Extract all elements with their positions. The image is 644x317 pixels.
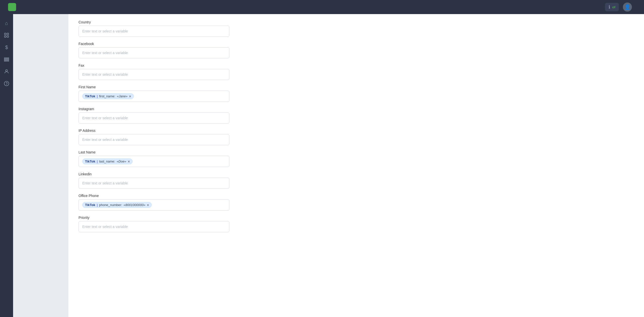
field-group-last_name: Last NameTikTok | last_name: «Doe»×	[78, 150, 634, 167]
tag-close-first_name[interactable]: ×	[129, 95, 131, 98]
sidebar-item-connections[interactable]	[2, 30, 12, 40]
svg-rect-4	[4, 58, 9, 59]
leads-usage-box: ℹ of	[605, 3, 619, 11]
label-office_phone: Office Phone	[78, 194, 634, 198]
tag-field-first_name: first_name:	[99, 94, 115, 98]
label-first_name: First Name	[78, 85, 634, 89]
sidebar-item-settings[interactable]	[2, 54, 12, 64]
input-priority[interactable]: Enter text or select a variable	[78, 221, 229, 232]
input-fax[interactable]: Enter text or select a variable	[78, 69, 229, 80]
content-area: CountryEnter text or select a variableFa…	[68, 14, 644, 317]
field-group-office_phone: Office PhoneTikTok | phone_number: «8001…	[78, 194, 634, 211]
svg-rect-2	[5, 36, 6, 37]
tag-value-last_name: «Doe»	[117, 160, 126, 163]
input-facebook[interactable]: Enter text or select a variable	[78, 47, 229, 58]
input-instagram[interactable]: Enter text or select a variable	[78, 112, 229, 124]
label-country: Country	[78, 20, 634, 24]
svg-rect-5	[4, 59, 9, 60]
svg-point-7	[6, 70, 7, 71]
tag-source-first_name: TikTok	[85, 94, 95, 98]
label-last_name: Last Name	[78, 150, 634, 154]
tag-last_name: TikTok | last_name: «Doe»×	[82, 158, 133, 164]
tag-close-office_phone[interactable]: ×	[147, 203, 149, 207]
tag-separator-office_phone: |	[97, 203, 98, 207]
label-fax: Fax	[78, 63, 634, 67]
tag-close-last_name[interactable]: ×	[128, 160, 130, 163]
label-linkedin: Linkedin	[78, 172, 634, 176]
field-group-country: CountryEnter text or select a variable	[78, 20, 634, 37]
field-group-priority: PriorityEnter text or select a variable	[78, 216, 634, 232]
svg-rect-1	[7, 33, 9, 35]
tag-source-last_name: TikTok	[85, 160, 95, 163]
field-group-ip_address: IP AddressEnter text or select a variabl…	[78, 129, 634, 145]
svg-rect-6	[4, 61, 9, 61]
label-facebook: Facebook	[78, 42, 634, 46]
sidebar-item-help[interactable]	[2, 78, 12, 89]
tag-separator-first_name: |	[97, 94, 98, 98]
input-country[interactable]: Enter text or select a variable	[78, 26, 229, 37]
tag-first_name: TikTok | first_name: «Jane»×	[82, 93, 134, 99]
logo-checkmark	[8, 3, 16, 11]
sidebar-item-home[interactable]: ⌂	[2, 18, 12, 28]
svg-point-9	[7, 85, 7, 85]
main-layout: ⌂ $ CountryEnter text or select	[0, 14, 644, 317]
info-icon: ℹ	[609, 4, 610, 10]
leads-usage-label: of	[612, 5, 615, 9]
sidebar-item-billing[interactable]: $	[2, 42, 12, 52]
tag-value-office_phone: «8001000000»	[124, 203, 145, 207]
input-linkedin[interactable]: Enter text or select a variable	[78, 178, 229, 189]
input-last_name[interactable]: TikTok | last_name: «Doe»×	[78, 156, 229, 167]
sidebar: ⌂ $	[0, 14, 13, 317]
input-ip_address[interactable]: Enter text or select a variable	[78, 134, 229, 145]
tag-source-office_phone: TikTok	[85, 203, 95, 207]
tag-field-last_name: last_name:	[99, 160, 115, 163]
field-group-instagram: InstagramEnter text or select a variable	[78, 107, 634, 124]
user-avatar: 👤	[623, 3, 632, 12]
svg-rect-0	[5, 33, 6, 35]
input-office_phone[interactable]: TikTok | phone_number: «8001000000»×	[78, 199, 229, 211]
label-ip_address: IP Address	[78, 129, 634, 133]
field-group-first_name: First NameTikTok | first_name: «Jane»×	[78, 85, 634, 102]
leads-count: of	[612, 5, 615, 9]
top-navigation: ℹ of 👤	[0, 0, 644, 14]
label-priority: Priority	[78, 216, 634, 220]
field-group-linkedin: LinkedinEnter text or select a variable	[78, 172, 634, 189]
tag-field-office_phone: phone_number:	[99, 203, 122, 207]
tag-value-first_name: «Jane»	[117, 94, 128, 98]
field-group-facebook: FacebookEnter text or select a variable	[78, 42, 634, 58]
tag-office_phone: TikTok | phone_number: «8001000000»×	[82, 202, 152, 208]
field-group-fax: FaxEnter text or select a variable	[78, 63, 634, 80]
svg-rect-3	[7, 36, 9, 37]
sidebar-item-account[interactable]	[2, 66, 12, 76]
input-first_name[interactable]: TikTok | first_name: «Jane»×	[78, 91, 229, 102]
logo	[8, 3, 18, 11]
left-panel	[13, 14, 68, 317]
label-instagram: Instagram	[78, 107, 634, 111]
tag-separator-last_name: |	[97, 160, 98, 163]
